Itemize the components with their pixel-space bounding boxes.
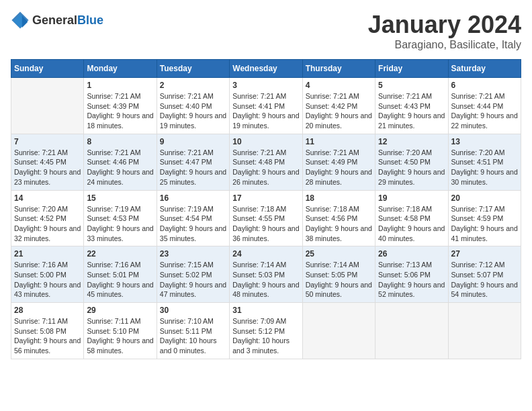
- day-number: 17: [232, 193, 299, 203]
- day-number: 18: [306, 193, 372, 203]
- main-title: January 2024: [368, 11, 521, 39]
- week-row-4: 21Sunrise: 7:16 AM Sunset: 5:00 PM Dayli…: [11, 246, 521, 303]
- page-header: GeneralBlue January 2024 Baragiano, Basi…: [11, 11, 521, 51]
- weekday-header-wednesday: Wednesday: [230, 60, 302, 78]
- title-area: January 2024 Baragiano, Basilicate, Ital…: [368, 11, 521, 51]
- day-number: 12: [378, 137, 445, 146]
- day-detail: Sunrise: 7:16 AM Sunset: 5:00 PM Dayligh…: [14, 260, 81, 300]
- calendar-cell: 11Sunrise: 7:21 AM Sunset: 4:49 PM Dayli…: [302, 134, 375, 190]
- day-number: 25: [306, 249, 372, 259]
- day-number: 13: [451, 137, 518, 146]
- day-detail: Sunrise: 7:21 AM Sunset: 4:41 PM Dayligh…: [232, 91, 299, 131]
- day-number: 27: [451, 249, 518, 259]
- calendar-cell: 16Sunrise: 7:19 AM Sunset: 4:54 PM Dayli…: [157, 190, 229, 246]
- day-number: 28: [14, 306, 81, 315]
- day-detail: Sunrise: 7:11 AM Sunset: 5:08 PM Dayligh…: [14, 316, 81, 356]
- day-number: 8: [87, 137, 153, 146]
- day-detail: Sunrise: 7:21 AM Sunset: 4:47 PM Dayligh…: [160, 148, 226, 187]
- day-number: 10: [232, 137, 299, 146]
- calendar-cell: 29Sunrise: 7:11 AM Sunset: 5:10 PM Dayli…: [84, 303, 157, 359]
- week-row-1: 1Sunrise: 7:21 AM Sunset: 4:39 PM Daylig…: [11, 78, 521, 134]
- calendar-cell: 5Sunrise: 7:21 AM Sunset: 4:43 PM Daylig…: [375, 78, 448, 134]
- calendar-cell: 3Sunrise: 7:21 AM Sunset: 4:41 PM Daylig…: [230, 78, 302, 134]
- week-row-5: 28Sunrise: 7:11 AM Sunset: 5:08 PM Dayli…: [11, 303, 521, 359]
- day-detail: Sunrise: 7:17 AM Sunset: 4:59 PM Dayligh…: [451, 204, 518, 244]
- calendar-cell: 14Sunrise: 7:20 AM Sunset: 4:52 PM Dayli…: [11, 190, 84, 246]
- day-detail: Sunrise: 7:21 AM Sunset: 4:42 PM Dayligh…: [306, 91, 372, 131]
- calendar-cell: 10Sunrise: 7:21 AM Sunset: 4:48 PM Dayli…: [230, 134, 302, 190]
- day-number: 1: [87, 81, 153, 90]
- calendar-cell: 6Sunrise: 7:21 AM Sunset: 4:44 PM Daylig…: [448, 78, 521, 134]
- day-number: 2: [160, 81, 226, 90]
- calendar-cell: 12Sunrise: 7:20 AM Sunset: 4:50 PM Dayli…: [375, 134, 448, 190]
- weekday-header-monday: Monday: [84, 60, 157, 78]
- logo-icon: [11, 11, 30, 30]
- day-detail: Sunrise: 7:20 AM Sunset: 4:52 PM Dayligh…: [14, 204, 81, 244]
- week-row-2: 7Sunrise: 7:21 AM Sunset: 4:45 PM Daylig…: [11, 134, 521, 190]
- weekday-header-tuesday: Tuesday: [157, 60, 229, 78]
- calendar-cell: [302, 303, 375, 359]
- calendar-table: SundayMondayTuesdayWednesdayThursdayFrid…: [11, 59, 521, 359]
- day-detail: Sunrise: 7:18 AM Sunset: 4:56 PM Dayligh…: [306, 204, 372, 244]
- day-number: 3: [232, 81, 299, 90]
- day-number: 24: [232, 249, 299, 259]
- calendar-cell: 17Sunrise: 7:18 AM Sunset: 4:55 PM Dayli…: [230, 190, 302, 246]
- calendar-cell: 30Sunrise: 7:10 AM Sunset: 5:11 PM Dayli…: [157, 303, 229, 359]
- calendar-cell: 9Sunrise: 7:21 AM Sunset: 4:47 PM Daylig…: [157, 134, 229, 190]
- calendar-cell: 13Sunrise: 7:20 AM Sunset: 4:51 PM Dayli…: [448, 134, 521, 190]
- calendar-cell: 25Sunrise: 7:14 AM Sunset: 5:05 PM Dayli…: [302, 246, 375, 303]
- calendar-cell: 18Sunrise: 7:18 AM Sunset: 4:56 PM Dayli…: [302, 190, 375, 246]
- logo-text-general: General: [32, 13, 77, 27]
- calendar-cell: 15Sunrise: 7:19 AM Sunset: 4:53 PM Dayli…: [84, 190, 157, 246]
- day-detail: Sunrise: 7:21 AM Sunset: 4:43 PM Dayligh…: [378, 91, 445, 131]
- calendar-cell: 23Sunrise: 7:15 AM Sunset: 5:02 PM Dayli…: [157, 246, 229, 303]
- calendar-cell: 21Sunrise: 7:16 AM Sunset: 5:00 PM Dayli…: [11, 246, 84, 303]
- day-detail: Sunrise: 7:13 AM Sunset: 5:06 PM Dayligh…: [378, 260, 445, 300]
- calendar-cell: 7Sunrise: 7:21 AM Sunset: 4:45 PM Daylig…: [11, 134, 84, 190]
- day-detail: Sunrise: 7:20 AM Sunset: 4:51 PM Dayligh…: [451, 148, 518, 187]
- calendar-cell: 19Sunrise: 7:18 AM Sunset: 4:58 PM Dayli…: [375, 190, 448, 246]
- calendar-cell: [448, 303, 521, 359]
- calendar-cell: 22Sunrise: 7:16 AM Sunset: 5:01 PM Dayli…: [84, 246, 157, 303]
- calendar-cell: 4Sunrise: 7:21 AM Sunset: 4:42 PM Daylig…: [302, 78, 375, 134]
- calendar-cell: 27Sunrise: 7:12 AM Sunset: 5:07 PM Dayli…: [448, 246, 521, 303]
- logo-text-blue: Blue: [77, 13, 103, 27]
- day-detail: Sunrise: 7:10 AM Sunset: 5:11 PM Dayligh…: [160, 316, 226, 356]
- day-detail: Sunrise: 7:21 AM Sunset: 4:44 PM Dayligh…: [451, 91, 518, 131]
- day-detail: Sunrise: 7:12 AM Sunset: 5:07 PM Dayligh…: [451, 260, 518, 300]
- sub-title: Baragiano, Basilicate, Italy: [368, 39, 521, 51]
- day-detail: Sunrise: 7:21 AM Sunset: 4:40 PM Dayligh…: [160, 91, 226, 131]
- day-number: 7: [14, 137, 81, 146]
- day-detail: Sunrise: 7:09 AM Sunset: 5:12 PM Dayligh…: [232, 316, 299, 356]
- day-detail: Sunrise: 7:19 AM Sunset: 4:54 PM Dayligh…: [160, 204, 226, 244]
- day-detail: Sunrise: 7:15 AM Sunset: 5:02 PM Dayligh…: [160, 260, 226, 300]
- calendar-cell: 26Sunrise: 7:13 AM Sunset: 5:06 PM Dayli…: [375, 246, 448, 303]
- day-detail: Sunrise: 7:18 AM Sunset: 4:58 PM Dayligh…: [378, 204, 445, 244]
- day-detail: Sunrise: 7:19 AM Sunset: 4:53 PM Dayligh…: [87, 204, 153, 244]
- day-detail: Sunrise: 7:21 AM Sunset: 4:48 PM Dayligh…: [232, 148, 299, 187]
- day-number: 20: [451, 193, 518, 203]
- day-detail: Sunrise: 7:20 AM Sunset: 4:50 PM Dayligh…: [378, 148, 445, 187]
- weekday-header-thursday: Thursday: [302, 60, 375, 78]
- weekday-header-row: SundayMondayTuesdayWednesdayThursdayFrid…: [11, 60, 521, 78]
- day-number: 26: [378, 249, 445, 259]
- weekday-header-sunday: Sunday: [11, 60, 84, 78]
- day-detail: Sunrise: 7:11 AM Sunset: 5:10 PM Dayligh…: [87, 316, 153, 356]
- day-detail: Sunrise: 7:21 AM Sunset: 4:39 PM Dayligh…: [87, 91, 153, 131]
- day-detail: Sunrise: 7:16 AM Sunset: 5:01 PM Dayligh…: [87, 260, 153, 300]
- day-detail: Sunrise: 7:21 AM Sunset: 4:49 PM Dayligh…: [306, 148, 372, 187]
- day-number: 23: [160, 249, 226, 259]
- logo: GeneralBlue: [11, 11, 103, 30]
- calendar-cell: 28Sunrise: 7:11 AM Sunset: 5:08 PM Dayli…: [11, 303, 84, 359]
- day-number: 22: [87, 249, 153, 259]
- day-detail: Sunrise: 7:21 AM Sunset: 4:45 PM Dayligh…: [14, 148, 81, 187]
- calendar-cell: 2Sunrise: 7:21 AM Sunset: 4:40 PM Daylig…: [157, 78, 229, 134]
- day-number: 31: [232, 306, 299, 315]
- day-number: 15: [87, 193, 153, 203]
- day-number: 6: [451, 81, 518, 90]
- day-detail: Sunrise: 7:21 AM Sunset: 4:46 PM Dayligh…: [87, 148, 153, 187]
- weekday-header-friday: Friday: [375, 60, 448, 78]
- day-number: 30: [160, 306, 226, 315]
- day-number: 19: [378, 193, 445, 203]
- day-number: 29: [87, 306, 153, 315]
